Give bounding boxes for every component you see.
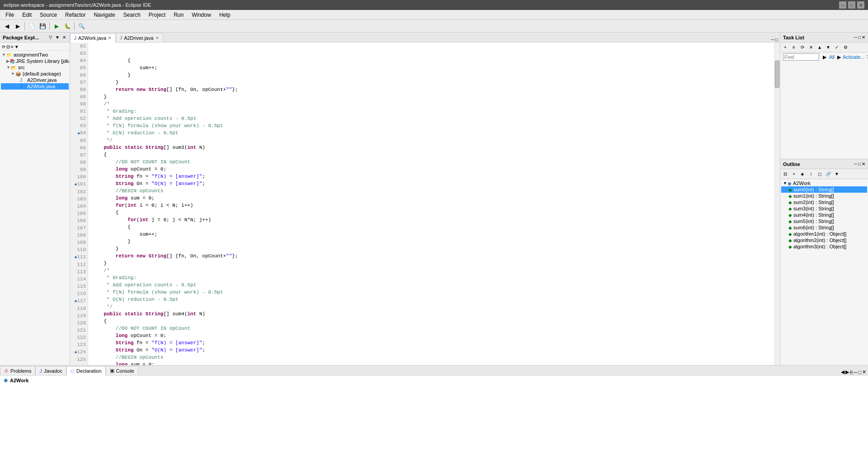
tree-item-src[interactable]: ▼ 📂 src [1, 64, 69, 71]
menubar-item-run[interactable]: Run [170, 11, 187, 19]
tree-item-a2work[interactable]: J A2Work.java [1, 83, 69, 90]
editor-scrollbar[interactable] [774, 43, 780, 365]
bottom-close-button[interactable]: ✕ [862, 369, 866, 375]
debug-button[interactable]: 🐛 [62, 21, 72, 31]
tree-item-a2driver[interactable]: J A2Driver.java [1, 77, 69, 83]
task-settings-button[interactable]: ⚙ [841, 43, 849, 52]
task-new-button[interactable]: + [781, 43, 789, 52]
menubar-item-edit[interactable]: Edit [19, 11, 35, 19]
search-button[interactable]: 🔍 [76, 21, 86, 31]
collapse-all-button[interactable]: ▽ [48, 34, 53, 40]
menubar-item-search[interactable]: Search [120, 11, 144, 19]
outline-hide-button[interactable]: ◻ [816, 170, 824, 178]
outline-method-algorithm1[interactable]: ◆ algorithm1(int) : Object[] [781, 231, 867, 237]
minimize-button[interactable]: ─ [839, 1, 846, 9]
outline-method-sum3[interactable]: ◆ sum3(int) : String[] [781, 205, 867, 212]
outline-close-button[interactable]: ✕ [862, 161, 865, 166]
outline-sort-button[interactable]: ↕ [807, 170, 815, 178]
code-line-102: for(int i = 0; i < N; i++) [92, 202, 771, 209]
tree-item-default-pkg[interactable]: ▼ 📦 (default package) [1, 71, 69, 77]
editor-max-button[interactable]: □ [775, 37, 778, 42]
scrollbar-thumb[interactable] [775, 61, 779, 88]
line-num-110: 110 [72, 246, 86, 253]
bottom-max-button[interactable]: □ [858, 370, 861, 375]
outline-method-sum0[interactable]: ◆ sum0(int) : String[] [781, 186, 867, 193]
run-button[interactable]: ▶ [52, 21, 61, 31]
tree-item-jre[interactable]: ▶ 📚 JRE System Library [jdk-1 [1, 58, 69, 64]
code-line-117: public static String[] sum4(int N) [92, 310, 771, 318]
code-content[interactable]: { sum++; } } return new String[] {fn, On… [88, 43, 774, 365]
task-list-min-button[interactable]: ─ [854, 35, 857, 40]
sync-button[interactable]: ⟳ [2, 44, 5, 49]
outline-max-button[interactable]: □ [858, 161, 861, 166]
outline-filter2-button[interactable]: ◈ [798, 170, 807, 178]
forward-button[interactable]: ▶ [13, 21, 23, 31]
menubar-item-project[interactable]: Project [145, 11, 169, 19]
outline-filter1-button[interactable]: ⚬ [790, 170, 798, 178]
outline-tree[interactable]: ▼ ◉ A2Work ◆ sum0(int) : String[] ◆ sum1… [780, 179, 868, 365]
tab-javadoc[interactable]: J Javadoc [35, 366, 66, 375]
task-delete-button[interactable]: ✕ [807, 43, 815, 52]
code-line-86: return new String[] {fn, On, opCount+""}… [92, 86, 771, 93]
declaration-icon: ⬡ [71, 369, 75, 374]
outline-method-sum1[interactable]: ◆ sum1(int) : String[] [781, 193, 867, 199]
explorer-close-button[interactable]: ✕ [61, 34, 67, 40]
outline-class-a2work[interactable]: ▼ ◉ A2Work [781, 180, 867, 186]
save-button[interactable]: 💾 [38, 21, 47, 31]
bottom-copy-button[interactable]: ⎘ [850, 370, 853, 375]
task-down-button[interactable]: ▼ [824, 43, 832, 52]
tab-console[interactable]: ▣ Console [106, 366, 138, 375]
line-num-124: ◆124 [72, 348, 86, 356]
task-up-button[interactable]: ▲ [816, 43, 824, 52]
task-list-close-button[interactable]: ✕ [862, 35, 865, 40]
explorer-tree[interactable]: ⟳ ⊟ ≡ ▼ ▼ 📁 assignmentTwo ▶ 📚 JRE System… [0, 43, 70, 365]
new-button[interactable]: 📄 [27, 21, 37, 31]
menubar-item-file[interactable]: File [2, 11, 18, 19]
task-refresh-button[interactable]: ⟳ [798, 43, 807, 52]
tab-declaration[interactable]: ⬡ Declaration [66, 366, 106, 375]
task-list-max-button[interactable]: □ [858, 35, 861, 40]
method-icon-algorithm1: ◆ [788, 232, 792, 237]
bottom-min-button[interactable]: ─ [854, 370, 858, 375]
task-done-button[interactable]: ✓ [833, 43, 841, 52]
code-line-124: long sum = 0; [92, 361, 771, 365]
outline-method-sum6[interactable]: ◆ sum6(int) : String[] [781, 224, 867, 231]
tree-item-assignmenttwo[interactable]: ▼ 📁 assignmentTwo [1, 52, 69, 58]
collapse-button[interactable]: ⊟ [6, 44, 10, 49]
bottom-tabs-left: ⚠ Problems J Javadoc ⬡ Declaration ▣ Con… [0, 366, 138, 375]
task-filter-button[interactable]: ≡ [790, 43, 798, 52]
menubar-item-help[interactable]: Help [216, 11, 234, 19]
a2work-tab-close[interactable]: ✕ [108, 36, 112, 40]
bottom-forward-button[interactable]: ▶ [845, 369, 849, 375]
outline-link-button[interactable]: 🔗 [824, 170, 832, 178]
outline-method-algorithm2[interactable]: ◆ algorithm2(int) : Object[] [781, 237, 867, 243]
outline-method-sum4[interactable]: ◆ sum4(int) : String[] [781, 212, 867, 218]
all-button[interactable]: All [829, 54, 835, 60]
find-input[interactable] [783, 53, 819, 61]
outline-min-button[interactable]: ─ [854, 161, 857, 166]
tab-a2driver[interactable]: J A2Driver.java ✕ [116, 33, 163, 42]
code-editor[interactable]: 828384858687888990919293◆949596979899100… [70, 43, 780, 365]
outline-more-button[interactable]: ▼ [833, 170, 841, 178]
close-button[interactable]: ✕ [857, 1, 864, 9]
line-num-89: 89 [72, 93, 86, 100]
back-button[interactable]: ◀ [2, 21, 12, 31]
editor-min-button[interactable]: ─ [771, 37, 774, 42]
menubar-item-source[interactable]: Source [36, 11, 61, 19]
tab-a2work[interactable]: J A2Work.java ✕ [70, 33, 116, 43]
view-menu-button[interactable]: ▼ [14, 44, 19, 49]
outline-method-sum5[interactable]: ◆ sum5(int) : String[] [781, 218, 867, 224]
menubar-item-refactor[interactable]: Refactor [61, 11, 89, 19]
filter-button[interactable]: ≡ [11, 44, 14, 49]
outline-method-algorithm3[interactable]: ◆ algorithm3(int) : Object[] [781, 243, 867, 250]
tab-problems[interactable]: ⚠ Problems [0, 366, 35, 375]
a2driver-tab-close[interactable]: ✕ [156, 36, 159, 40]
activate-link[interactable]: Activate... [843, 54, 864, 60]
bottom-back-button[interactable]: ◀ [841, 369, 844, 375]
explorer-menu-button[interactable]: ▼ [54, 34, 61, 40]
maximize-button[interactable]: □ [848, 1, 855, 9]
menubar-item-navigate[interactable]: Navigate [90, 11, 118, 19]
outline-method-sum2[interactable]: ◆ sum2(int) : String[] [781, 199, 867, 205]
menubar-item-window[interactable]: Window [188, 11, 215, 19]
outline-collapse-button[interactable]: ⊟ [781, 170, 789, 178]
